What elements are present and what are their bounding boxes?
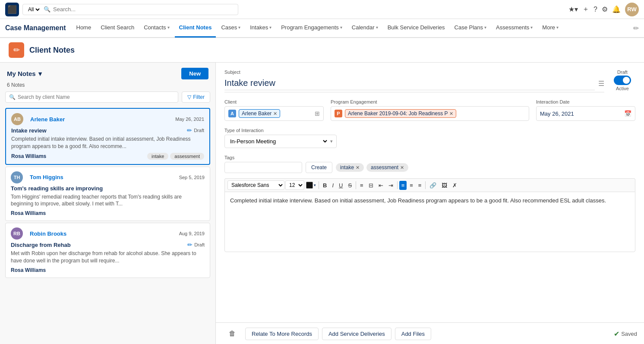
client-fields-row: Client A Arlene Baker ✕ ⊞ Program Engage… xyxy=(224,99,635,121)
new-note-button[interactable]: New xyxy=(181,68,208,79)
nav-program-engagements[interactable]: Program Engagements▾ xyxy=(277,19,347,38)
gear-icon[interactable]: ⚙ xyxy=(602,5,608,13)
note-subject: Discharge from Rehab xyxy=(11,242,71,248)
create-tag-button[interactable]: Create xyxy=(306,162,332,173)
nav-client-search[interactable]: Client Search xyxy=(96,19,139,38)
toolbar-separator xyxy=(425,181,426,189)
remove-client-button[interactable]: ✕ xyxy=(273,111,277,117)
remove-program-button[interactable]: ✕ xyxy=(449,111,453,117)
page-header: ✏ Client Notes xyxy=(0,38,644,63)
add-files-button[interactable]: Add Files xyxy=(395,328,431,340)
type-select-wrap[interactable]: In-Person Meeting Phone Call Email Video… xyxy=(224,135,337,148)
nav-more[interactable]: More▾ xyxy=(538,19,563,38)
note-card-header: AB Arlene Baker May 26, 2021 xyxy=(11,113,204,125)
underline-button[interactable]: U xyxy=(337,181,345,190)
unordered-list-button[interactable]: ≡ xyxy=(358,181,366,190)
nav-assessments[interactable]: Assessments▾ xyxy=(492,19,537,38)
search-type-select[interactable]: All xyxy=(26,6,41,13)
chevron-down-icon: ▾ xyxy=(556,25,559,30)
font-family-select[interactable]: Salesforce Sans Arial Times New Roman xyxy=(227,180,284,190)
note-card[interactable]: TH Tom Higgins Sep 5, 2019 Tom's reading… xyxy=(5,167,210,221)
top-bar: ⬛ All 🔍 ★▾ ＋ ? ⚙ 🔔 RW xyxy=(0,0,644,19)
relate-records-button[interactable]: Relate To More Records xyxy=(245,328,319,340)
rich-text-editor: Salesforce Sans Arial Times New Roman 81… xyxy=(224,178,635,252)
align-center-button[interactable]: ≡ xyxy=(407,181,415,190)
nav-contacts[interactable]: Contacts▾ xyxy=(139,19,174,38)
calendar-icon[interactable]: 📅 xyxy=(624,110,631,117)
chevron-down-icon: ▾ xyxy=(38,70,42,78)
chevron-down-icon: ▾ xyxy=(376,25,378,30)
add-service-deliveries-button[interactable]: Add Service Deliveries xyxy=(322,328,391,340)
indent-decrease-button[interactable]: ⇤ xyxy=(376,181,385,190)
left-panel-header: My Notes ▾ New xyxy=(0,63,215,82)
draft-label: Draft xyxy=(617,69,628,75)
nav-home[interactable]: Home xyxy=(72,19,96,38)
draft-toggle-wrap: Draft Active xyxy=(609,69,635,91)
tag-input[interactable] xyxy=(224,162,302,173)
note-card-header: TH Tom Higgins Sep 5, 2019 xyxy=(11,171,205,183)
bold-button[interactable]: B xyxy=(321,181,329,190)
chevron-down-icon: ▾ xyxy=(238,25,240,30)
remove-tag-button[interactable]: ✕ xyxy=(356,165,360,170)
remove-tag-button[interactable]: ✕ xyxy=(400,165,404,170)
date-label: Interaction Date xyxy=(536,99,635,104)
client-search-input[interactable] xyxy=(18,94,174,100)
date-value: May 26, 2021 xyxy=(540,110,574,117)
subject-input[interactable] xyxy=(224,76,595,90)
saved-label: Saved xyxy=(621,331,637,337)
font-size-select[interactable]: 810121416 xyxy=(285,180,304,190)
nav-bulk-service-deliveries[interactable]: Bulk Service Deliveries xyxy=(383,19,449,38)
indent-increase-button[interactable]: ⇥ xyxy=(386,181,395,190)
color-arrow[interactable]: ▾ xyxy=(314,183,316,187)
lookup-icon[interactable]: ⊞ xyxy=(315,110,320,117)
chevron-down-icon: ▾ xyxy=(269,25,271,30)
delete-button[interactable]: 🗑 xyxy=(223,327,242,340)
align-right-button[interactable]: ≡ xyxy=(416,181,424,190)
type-select[interactable]: In-Person Meeting Phone Call Email Video… xyxy=(228,138,328,145)
global-search[interactable]: All 🔍 xyxy=(22,4,238,15)
note-card[interactable]: AB Arlene Baker May 26, 2021 Intake revi… xyxy=(5,108,210,165)
help-icon[interactable]: ? xyxy=(593,6,597,13)
italic-button[interactable]: I xyxy=(330,181,336,190)
image-button[interactable]: 🖼 xyxy=(439,181,449,190)
program-input: P Arlene Baker 2019-09-04: Job Readiness… xyxy=(331,106,529,121)
ordered-list-button[interactable]: ⊟ xyxy=(366,181,376,190)
avatar[interactable]: RW xyxy=(625,3,639,16)
draft-toggle[interactable] xyxy=(614,76,631,85)
nav-intakes[interactable]: Intakes▾ xyxy=(246,19,276,38)
plus-icon[interactable]: ＋ xyxy=(582,5,589,14)
search-input[interactable] xyxy=(53,6,234,13)
right-panel-content: Subject ☰ Draft Active Client A xyxy=(216,63,644,322)
my-notes-dropdown[interactable]: My Notes ▾ xyxy=(7,70,42,78)
note-author: Rosa Williams xyxy=(11,153,46,159)
link-button[interactable]: 🔗 xyxy=(427,181,439,190)
note-date: Aug 9, 2019 xyxy=(179,231,205,236)
favorites-icon[interactable]: ★▾ xyxy=(568,5,578,13)
tags-label: Tags xyxy=(224,155,635,160)
filter-button[interactable]: ▽ Filter xyxy=(182,92,210,103)
avatar: AB xyxy=(11,113,23,125)
note-card[interactable]: RB Robin Brooks Aug 9, 2019 Discharge fr… xyxy=(5,223,210,278)
note-footer: Rosa Williams xyxy=(11,210,205,216)
client-name: Robin Brooks xyxy=(30,230,66,237)
my-notes-label: My Notes xyxy=(7,70,36,77)
avatar: RB xyxy=(11,227,23,240)
clear-format-button[interactable]: ✗ xyxy=(450,181,459,190)
notes-list: AB Arlene Baker May 26, 2021 Intake revi… xyxy=(0,106,215,344)
rte-body[interactable]: Completed initial intake interview. Base… xyxy=(224,192,635,252)
strikethrough-button[interactable]: S xyxy=(346,181,354,190)
tag-chip: assessment xyxy=(170,153,204,160)
toolbar-separator xyxy=(397,181,398,189)
search-wrap[interactable]: 🔍 xyxy=(5,92,178,103)
date-input[interactable]: May 26, 2021 📅 xyxy=(536,106,635,121)
nav-calendar[interactable]: Calendar▾ xyxy=(347,19,382,38)
nav-edit-icon[interactable]: ✏ xyxy=(633,24,639,32)
nav-cases[interactable]: Cases▾ xyxy=(217,19,245,38)
align-left-button[interactable]: ≡ xyxy=(399,181,407,190)
draft-icon: ✏ xyxy=(187,241,193,248)
nav-case-plans[interactable]: Case Plans▾ xyxy=(450,19,491,38)
bell-icon[interactable]: 🔔 xyxy=(612,5,621,13)
filter-icon: ▽ xyxy=(187,94,191,100)
client-value: Arlene Baker xyxy=(242,110,271,117)
nav-client-notes[interactable]: Client Notes xyxy=(175,19,216,38)
